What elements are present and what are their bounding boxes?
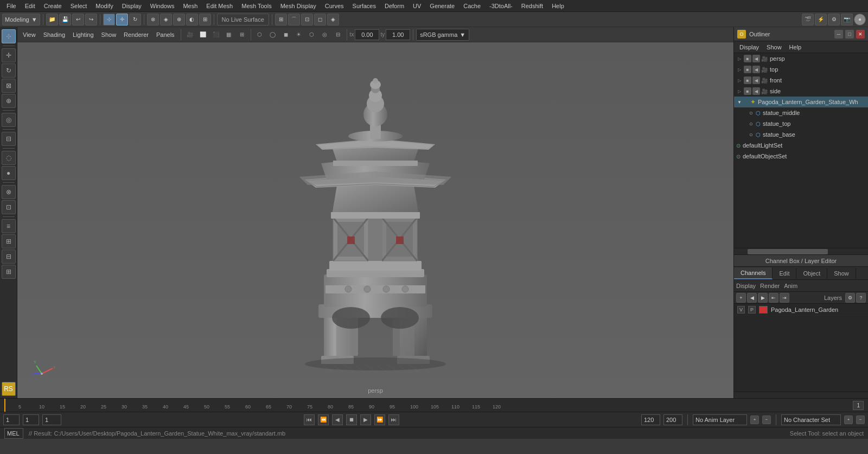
safetitle-btn[interactable]: ▦ xyxy=(223,29,235,41)
menu-mesh-display[interactable]: Mesh Display xyxy=(276,2,321,10)
layer-add-btn[interactable]: + xyxy=(736,293,746,303)
menu-curves[interactable]: Curves xyxy=(321,2,348,10)
outliner-scrollbar-h[interactable] xyxy=(734,248,868,254)
vis-side[interactable]: ■ xyxy=(744,87,751,95)
circle-btn[interactable]: ● xyxy=(854,14,866,25)
outliner-item-statue-middle[interactable]: ○ ⬡ statue_middle xyxy=(734,107,868,118)
select-tool[interactable]: ⊹ xyxy=(2,29,16,43)
mode-dropdown[interactable]: Modeling ▼ xyxy=(2,14,40,25)
select2-btn[interactable]: ⊕ xyxy=(173,14,185,25)
menu-mesh-tools[interactable]: Mesh Tools xyxy=(237,2,276,10)
snap-live[interactable]: ◈ xyxy=(327,14,339,25)
layer-nav-next[interactable]: ▶ xyxy=(758,293,768,303)
vp-lighting-menu[interactable]: Lighting xyxy=(69,30,97,39)
outliner-close[interactable]: ✕ xyxy=(856,30,865,39)
layer-v-pagoda[interactable]: V xyxy=(737,306,745,314)
menu-redshift[interactable]: Redshift xyxy=(517,2,547,10)
play-forward[interactable]: ▶ xyxy=(360,414,371,425)
subtab-render[interactable]: Render xyxy=(760,283,780,289)
uvtool-btn[interactable]: ⊞ xyxy=(2,234,16,248)
undo-btn[interactable]: ↩ xyxy=(72,14,84,25)
outliner-display-menu[interactable]: Display xyxy=(736,43,762,52)
stop[interactable]: ⏹ xyxy=(346,414,357,425)
menu-uv[interactable]: UV xyxy=(409,2,425,10)
save-btn[interactable]: 💾 xyxy=(59,14,71,25)
resolution-btn[interactable]: ⬛ xyxy=(210,29,222,41)
gamma-dropdown[interactable]: sRGB gamma ▼ xyxy=(416,29,469,41)
end-frame-field[interactable]: 120 xyxy=(641,414,660,425)
show-manipulator[interactable]: ⊟ xyxy=(2,132,16,146)
move-btn[interactable]: ✛ xyxy=(116,14,128,25)
layer-btn[interactable]: ≡ xyxy=(2,219,16,233)
ipr-btn[interactable]: ⚡ xyxy=(815,14,827,25)
menu-display[interactable]: Display xyxy=(118,2,146,10)
rotate-tool[interactable]: ↻ xyxy=(2,63,16,78)
flat-btn[interactable]: ◼ xyxy=(280,29,292,41)
mel-mode[interactable]: MEL xyxy=(4,428,23,439)
timeline-track[interactable]: 5 10 15 20 25 30 35 40 45 50 55 60 65 70… xyxy=(2,399,866,412)
select3-btn[interactable]: ◐ xyxy=(186,14,198,25)
menu-edit-mesh[interactable]: Edit Mesh xyxy=(202,2,237,10)
outliner-item-statue-base[interactable]: ○ ⬡ statue_base xyxy=(734,129,868,140)
outliner-item-top[interactable]: ▷ ■ ◀ 🎥 top xyxy=(734,64,868,75)
camera-btn[interactable]: 📷 xyxy=(841,14,853,25)
vis-top[interactable]: ■ xyxy=(744,66,751,73)
no-anim-layer[interactable]: No Anim Layer xyxy=(693,414,747,425)
menu-3dtoa[interactable]: -3DtoAll- xyxy=(485,2,517,10)
wireframe-btn[interactable]: ⬡ xyxy=(254,29,266,41)
vis-front[interactable]: ■ xyxy=(744,76,751,84)
vp-view-menu[interactable]: View xyxy=(20,30,39,39)
outliner-item-objectset[interactable]: ⊙ defaultObjectSet xyxy=(734,151,868,162)
move-tool[interactable]: ✛ xyxy=(2,48,16,62)
menu-deform[interactable]: Deform xyxy=(380,2,409,10)
subtab-display[interactable]: Display xyxy=(736,283,756,289)
vp-renderer-menu[interactable]: Renderer xyxy=(120,30,152,39)
layer-nav-first[interactable]: ⇤ xyxy=(769,293,778,303)
tab-show[interactable]: Show xyxy=(827,268,856,279)
outliner-item-side[interactable]: ▷ ■ ◀ 🎥 side xyxy=(734,86,868,97)
camera-select-btn[interactable]: 🎥 xyxy=(184,29,196,41)
outliner-item-pagoda-group[interactable]: ▼ ✦ Pagoda_Lantern_Garden_Statue_Wh xyxy=(734,97,868,107)
menu-mesh[interactable]: Mesh xyxy=(178,2,202,10)
light-btn[interactable]: ☀ xyxy=(293,29,305,41)
ty-field[interactable] xyxy=(386,29,410,40)
vis2-top[interactable]: ◀ xyxy=(752,66,760,73)
frame-start-field[interactable]: 1 xyxy=(3,414,20,425)
open-btn[interactable]: 📁 xyxy=(46,14,58,25)
step-forward[interactable]: ⏩ xyxy=(374,414,385,425)
vp-panels-menu[interactable]: Panels xyxy=(153,30,178,39)
menu-cache[interactable]: Cache xyxy=(459,2,485,10)
frame-input[interactable]: 1 xyxy=(42,414,61,425)
outliner-content[interactable]: ▷ ■ ◀ 🎥 persp ▷ ■ ◀ 🎥 top ▷ ■ xyxy=(734,53,868,248)
tab-object[interactable]: Object xyxy=(796,268,827,279)
char-set-add[interactable]: + xyxy=(844,415,853,424)
outliner-maximize[interactable]: □ xyxy=(845,30,854,39)
current-frame-field[interactable]: 1 xyxy=(23,414,39,425)
filmgate-btn[interactable]: ⬜ xyxy=(197,29,209,41)
snap-view[interactable]: ◻ xyxy=(314,14,326,25)
help-btn[interactable]: ? xyxy=(856,293,866,303)
tab-channels[interactable]: Channels xyxy=(734,267,773,279)
snap-curve[interactable]: ⌒ xyxy=(288,14,300,25)
outliner-item-persp[interactable]: ▷ ■ ◀ 🎥 persp xyxy=(734,53,868,64)
select4-btn[interactable]: ⊞ xyxy=(199,14,211,25)
select-btn[interactable]: ⊹ xyxy=(103,14,115,25)
menu-generate[interactable]: Generate xyxy=(425,2,459,10)
lasso-select[interactable]: ◌ xyxy=(2,151,16,165)
outliner-item-front[interactable]: ▷ ■ ◀ 🎥 front xyxy=(734,75,868,86)
snap-grid[interactable]: ⊞ xyxy=(275,14,287,25)
no-character-set[interactable]: No Character Set xyxy=(781,414,841,425)
go-to-start[interactable]: ⏮ xyxy=(304,414,315,425)
menu-edit[interactable]: Edit xyxy=(21,2,40,10)
measure-btn[interactable]: ⊟ xyxy=(2,250,16,264)
ao-btn[interactable]: ◎ xyxy=(319,29,331,41)
channel-bottom-scroll[interactable] xyxy=(734,392,868,398)
transform-tool[interactable]: ⊕ xyxy=(2,94,16,108)
h-scrollbar-thumb[interactable] xyxy=(748,249,828,254)
menu-file[interactable]: File xyxy=(2,2,21,10)
soft-select[interactable]: ◎ xyxy=(2,113,16,127)
tab-edit[interactable]: Edit xyxy=(773,268,796,279)
vp-shading-menu[interactable]: Shading xyxy=(40,30,68,39)
timeline-area[interactable]: 5 10 15 20 25 30 35 40 45 50 55 60 65 70… xyxy=(0,398,868,412)
go-to-end[interactable]: ⏭ xyxy=(388,414,399,425)
